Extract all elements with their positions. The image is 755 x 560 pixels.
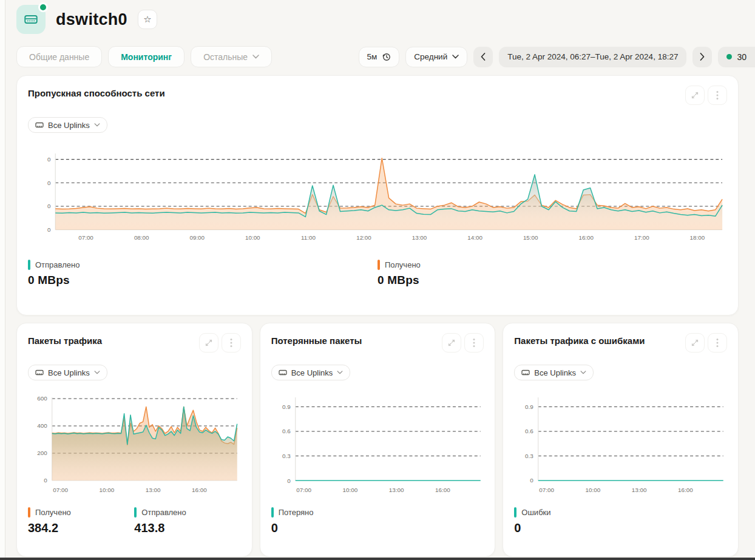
svg-text:07:00: 07:00 bbox=[540, 487, 555, 493]
legend-color-sent bbox=[134, 507, 137, 518]
lost-legend: Потеряно 0 bbox=[271, 507, 484, 535]
refresh-countdown-badge[interactable]: 30 bbox=[718, 47, 755, 67]
kebab-menu-icon bbox=[716, 338, 719, 348]
card-traffic-packets: Пакеты трафика bbox=[16, 323, 252, 557]
page-header: dswitch0 ☆ bbox=[16, 2, 739, 36]
sent-value: 0 MBps bbox=[28, 274, 378, 287]
legend-sent: Отправлено 0 MBps bbox=[28, 260, 378, 287]
tab-monitoring[interactable]: Мониторинг bbox=[108, 46, 185, 67]
uplink-filter-dropdown[interactable]: Все Uplinks bbox=[28, 117, 107, 133]
legend-color-sent bbox=[28, 260, 30, 270]
received-value: 0 MBps bbox=[378, 274, 421, 287]
svg-text:16:00: 16:00 bbox=[435, 487, 450, 493]
small-cards-row: Пакеты трафика bbox=[16, 323, 739, 557]
chevron-left-icon bbox=[481, 53, 486, 61]
uplink-port-icon bbox=[35, 369, 44, 376]
date-range-selector[interactable]: Tue, 2 Apr 2024, 06:27–Tue, 2 Apr 2024, … bbox=[499, 47, 686, 67]
svg-text:0: 0 bbox=[530, 477, 534, 484]
svg-text:0: 0 bbox=[47, 180, 51, 186]
card-title: Пакеты трафика bbox=[28, 333, 102, 346]
svg-text:17:00: 17:00 bbox=[634, 234, 649, 241]
card-menu-button[interactable] bbox=[222, 333, 241, 353]
lost-packets-chart[interactable]: 0.30.60.9007:0010:0013:0016:00 bbox=[271, 393, 484, 496]
received-value: 384.2 bbox=[28, 521, 134, 535]
prev-period-button[interactable] bbox=[473, 47, 493, 67]
svg-text:16:00: 16:00 bbox=[578, 234, 594, 241]
svg-text:0: 0 bbox=[287, 477, 291, 484]
svg-text:10:00: 10:00 bbox=[245, 234, 260, 241]
expand-chart-button[interactable] bbox=[685, 86, 705, 105]
legend-errors: Ошибки 0 bbox=[514, 507, 550, 535]
card-menu-button[interactable] bbox=[464, 333, 484, 353]
online-status-dot bbox=[38, 2, 48, 12]
svg-text:15:00: 15:00 bbox=[523, 234, 538, 241]
uplink-filter-dropdown[interactable]: Все Uplinks bbox=[514, 365, 594, 380]
legend-sent: Отправлено 413.8 bbox=[134, 507, 186, 535]
chevron-down-icon bbox=[337, 371, 343, 374]
tab-other-dropdown[interactable]: Остальные bbox=[191, 46, 272, 67]
device-avatar bbox=[16, 5, 46, 34]
tab-bar: Общие данные Мониторинг Остальные bbox=[16, 46, 272, 67]
svg-text:0.6: 0.6 bbox=[525, 428, 533, 434]
uplink-port-icon bbox=[35, 121, 44, 129]
card-menu-button[interactable] bbox=[708, 86, 727, 105]
legend-received: Получено 0 MBps bbox=[378, 260, 421, 287]
svg-text:07:00: 07:00 bbox=[53, 487, 68, 493]
card-title: Потерянные пакеты bbox=[271, 333, 362, 346]
card-network-throughput: Пропускная способность сети Все bbox=[16, 75, 739, 315]
svg-text:600: 600 bbox=[37, 395, 47, 402]
svg-text:13:00: 13:00 bbox=[388, 487, 404, 493]
expand-icon bbox=[204, 338, 214, 348]
expand-icon bbox=[690, 90, 700, 100]
card-title: Пакеты трафика с ошибками bbox=[514, 333, 645, 346]
card-title: Пропускная способность сети bbox=[28, 86, 165, 98]
svg-text:10:00: 10:00 bbox=[342, 487, 357, 493]
svg-text:16:00: 16:00 bbox=[678, 487, 693, 493]
svg-text:16:00: 16:00 bbox=[192, 487, 207, 493]
legend-lost: Потеряно 0 bbox=[271, 507, 314, 535]
svg-text:13:00: 13:00 bbox=[632, 487, 647, 493]
svg-text:18:00: 18:00 bbox=[690, 234, 705, 241]
svg-text:11:00: 11:00 bbox=[301, 234, 316, 241]
uplink-port-icon bbox=[279, 369, 287, 376]
chevron-down-icon bbox=[452, 55, 459, 59]
svg-text:400: 400 bbox=[37, 422, 47, 429]
svg-text:0.3: 0.3 bbox=[282, 453, 291, 459]
favorite-button[interactable]: ☆ bbox=[138, 10, 157, 29]
svg-text:0: 0 bbox=[44, 477, 47, 484]
left-gutter-divider bbox=[0, 0, 5, 560]
next-period-button[interactable] bbox=[692, 47, 712, 67]
svg-text:07:00: 07:00 bbox=[296, 487, 311, 493]
error-packets-chart[interactable]: 0.30.60.9007:0010:0013:0016:00 bbox=[514, 393, 727, 496]
throughput-chart[interactable]: 000007:0008:0009:0010:0011:0012:0013:001… bbox=[28, 150, 727, 244]
legend-received: Получено 384.2 bbox=[28, 507, 134, 535]
svg-text:0.3: 0.3 bbox=[525, 453, 533, 459]
sent-value: 413.8 bbox=[134, 521, 186, 535]
expand-chart-button[interactable] bbox=[685, 333, 705, 353]
errors-legend: Ошибки 0 bbox=[514, 507, 727, 535]
svg-text:13:00: 13:00 bbox=[146, 487, 161, 493]
uplink-filter-dropdown[interactable]: Все Uplinks bbox=[271, 365, 351, 380]
lost-value: 0 bbox=[271, 521, 314, 535]
aggregation-selector[interactable]: Средний bbox=[405, 47, 467, 67]
uplink-filter-dropdown[interactable]: Все Uplinks bbox=[28, 365, 107, 380]
monitoring-page: dswitch0 ☆ Общие данные Мониторинг Остал… bbox=[0, 0, 755, 557]
expand-icon bbox=[447, 338, 456, 348]
expand-chart-button[interactable] bbox=[199, 333, 218, 353]
svg-text:10:00: 10:00 bbox=[586, 487, 601, 493]
card-menu-button[interactable] bbox=[708, 333, 727, 353]
svg-text:0: 0 bbox=[47, 156, 51, 163]
switch-device-icon bbox=[23, 12, 39, 27]
packets-legend: Получено 384.2 Отправлено 413.8 bbox=[28, 507, 241, 535]
star-icon: ☆ bbox=[143, 14, 151, 25]
tab-general[interactable]: Общие данные bbox=[16, 46, 102, 67]
legend-color-received bbox=[378, 260, 380, 270]
chevron-down-icon bbox=[94, 123, 100, 127]
expand-chart-button[interactable] bbox=[442, 333, 461, 353]
interval-selector[interactable]: 5м bbox=[359, 47, 400, 67]
chevron-down-icon bbox=[94, 371, 100, 374]
svg-text:07:00: 07:00 bbox=[78, 234, 93, 241]
svg-text:0.9: 0.9 bbox=[525, 403, 533, 410]
kebab-menu-icon bbox=[716, 90, 719, 100]
packets-chart[interactable]: 200400600007:0010:0013:0016:00 bbox=[28, 393, 241, 496]
